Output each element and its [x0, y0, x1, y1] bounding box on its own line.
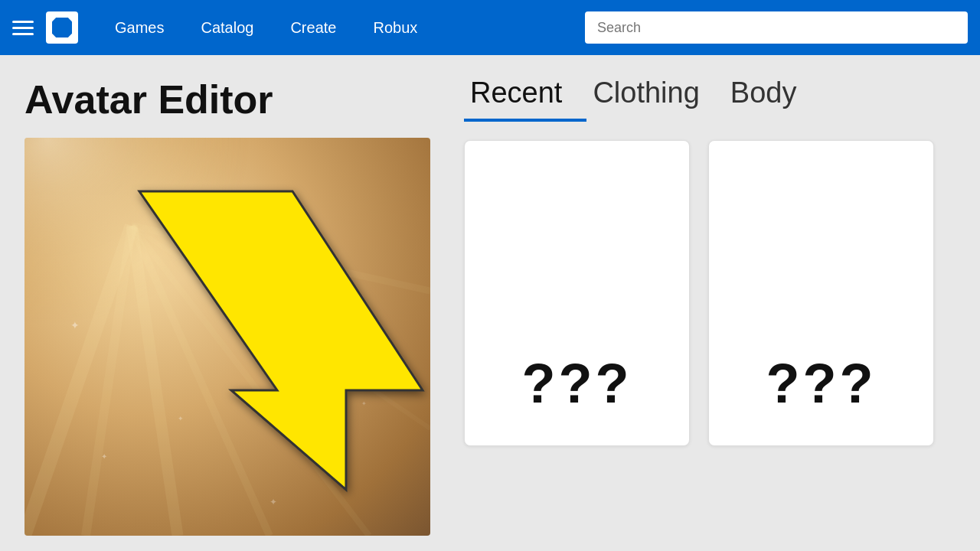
svg-text:✦: ✦ — [101, 452, 107, 461]
tab-clothing[interactable]: Clothing — [586, 70, 724, 122]
nav-links: Recent Games Catalog Create Robux — [96, 19, 585, 37]
item-unknown-label: ??? — [766, 352, 877, 415]
nav-catalog-link[interactable]: Catalog — [182, 19, 272, 37]
main-content: Avatar Editor — [0, 55, 980, 551]
avatar-editor-title: Avatar Editor — [24, 77, 427, 122]
nav-robux-link[interactable]: Robux — [354, 19, 436, 37]
svg-text:✦: ✦ — [270, 497, 277, 507]
roblox-logo-icon — [52, 18, 72, 37]
light-rays: ✦ ✦ ✦ ✦ ✦ — [24, 138, 430, 536]
tabs-container: Recent Clothing Body — [464, 70, 962, 122]
item-card[interactable]: ??? — [464, 140, 690, 446]
nav-create-link[interactable]: Create — [272, 19, 354, 37]
svg-point-0 — [24, 138, 300, 379]
avatar-panel: Avatar Editor — [0, 55, 452, 551]
svg-text:✦: ✦ — [178, 415, 184, 422]
item-card[interactable]: ??? — [708, 140, 934, 446]
roblox-logo[interactable] — [46, 11, 78, 44]
avatar-background: ✦ ✦ ✦ ✦ ✦ — [24, 138, 430, 536]
svg-text:✦: ✦ — [70, 319, 80, 331]
item-unknown-label: ??? — [522, 352, 632, 415]
right-panel: Recent Clothing Body ??? ??? — [452, 55, 980, 551]
tab-recent[interactable]: Recent — [464, 70, 586, 122]
navbar: Recent Games Catalog Create Robux — [0, 0, 980, 55]
search-container — [585, 11, 968, 44]
items-grid: ??? ??? — [464, 140, 962, 446]
hamburger-menu-button[interactable] — [12, 21, 34, 35]
nav-games-link[interactable]: Games — [96, 19, 182, 37]
tab-body[interactable]: Body — [724, 70, 822, 122]
svg-text:✦: ✦ — [361, 400, 367, 407]
avatar-preview: ✦ ✦ ✦ ✦ ✦ — [24, 138, 430, 536]
search-input[interactable] — [585, 11, 968, 44]
